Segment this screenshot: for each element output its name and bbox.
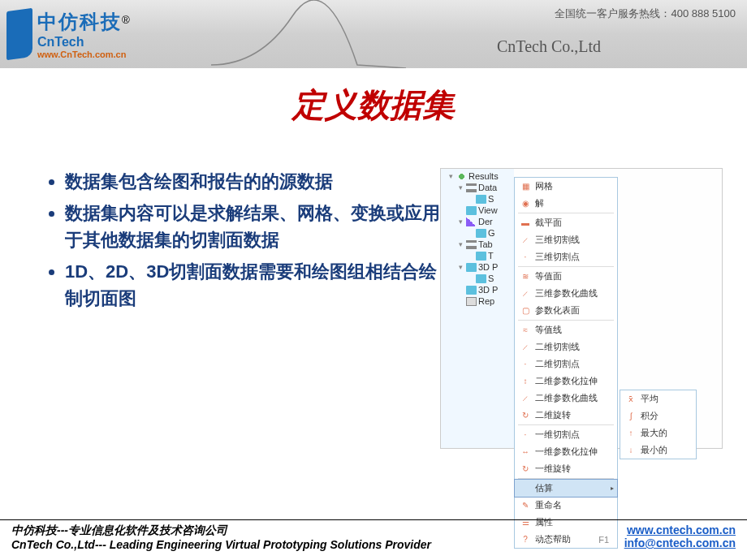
menu-item-icon: · [520,430,531,440]
logo-url-text: www.CnTech.com.cn [37,50,130,59]
tree-item[interactable]: ▾Data [444,182,514,193]
tree-item[interactable]: Rep [444,295,514,307]
tree-item[interactable]: ▾3D P [444,261,514,273]
footer-email-link[interactable]: info@cntech.com.cn [624,536,736,549]
submenu-item[interactable]: ↑最大的 [620,424,696,442]
footer-en-text: CnTech Co.,Ltd--- Leading Engineering Vi… [11,538,431,551]
tree-item-label: Rep [478,296,494,306]
tree-item[interactable]: 3D P [444,284,514,295]
submenu-arrow-icon: ▸ [611,485,614,492]
menu-item-label: 三维切割点 [535,251,580,263]
menu-item[interactable]: ⟋三维切割线 [515,231,617,248]
tree-node-icon [466,286,477,295]
tree-item[interactable]: S [444,193,514,205]
menu-item-icon: ▬ [520,218,531,228]
menu-item[interactable]: ↕二维参数化拉伸 [515,373,617,390]
footer-cn-text: 中仿科技---专业信息化软件及技术咨询公司 [11,523,431,538]
menu-item[interactable]: ·三维切割点 [515,248,617,265]
logo-sub-text: CnTech [37,35,130,50]
menu-item-icon: ↕ [520,377,531,386]
menu-item-label: 估算 [535,482,553,494]
menu-item[interactable]: ▢参数化表面 [515,302,617,319]
menu-item[interactable]: ≋等值面 [515,268,617,285]
context-menu: ▦网格◉解▬截平面⟋三维切割线·三维切割点≋等值面⟋三维参数化曲线▢参数化表面≈… [514,177,618,549]
tree-node-icon [476,229,486,238]
menu-item[interactable]: ≈等值线 [515,321,617,338]
menu-item-icon: · [520,360,531,369]
menu-item-icon: ≋ [520,272,531,282]
tree-item-label: T [488,251,494,261]
menu-item[interactable]: ⟋二维切割线 [515,338,617,355]
tree-item[interactable]: G [444,227,514,239]
footer-left: 中仿科技---专业信息化软件及技术咨询公司 CnTech Co.,Ltd--- … [11,523,431,557]
tree-item-label: View [478,205,498,215]
menu-item-label: 参数化表面 [535,304,580,317]
bullet-list: 数据集包含绘图和报告的的源数据数据集内容可以是求解结果、网格、变换或应用于其他数… [41,168,440,449]
submenu-item[interactable]: ↓最小的 [620,442,696,459]
submenu-item-label: 最大的 [641,427,667,439]
tree-node-icon [466,263,477,272]
menu-item-label: 二维参数化曲线 [535,392,598,404]
menu-item-icon: ▦ [520,182,531,192]
footer-url-link[interactable]: www.cntech.com.cn [624,523,736,536]
submenu-item[interactable]: x̄平均 [620,390,696,407]
tree-item[interactable]: ▾Der [444,216,514,227]
menu-item[interactable]: 估算▸ [514,479,618,498]
tree-item-label: 3D P [478,262,498,272]
menu-item[interactable]: ↻二维旋转 [515,407,617,424]
bullet-item: 1D、2D、3D切割面数据需要和绘图组相结合绘制切面图 [65,258,440,312]
menu-item[interactable]: ▬截平面 [515,214,617,231]
menu-item[interactable]: ◉解 [515,195,617,212]
wave-decoration-icon [211,0,406,68]
menu-item[interactable]: ✎重命名 [515,497,617,514]
menu-separator [518,213,614,213]
menu-item[interactable]: ↻一维旋转 [515,460,617,477]
tree-item[interactable]: S [444,273,514,284]
context-submenu: x̄平均∫积分↑最大的↓最小的 [620,390,697,459]
menu-item[interactable]: ▦网格 [515,178,617,195]
header-bar: 中仿科技® CnTech www.CnTech.com.cn 全国统一客户服务热… [0,0,747,68]
tree-node-icon [476,252,486,261]
menu-item-icon: ↔ [520,447,531,457]
tree-item-label: G [488,228,495,238]
menu-item-label: 一维参数化拉伸 [535,446,598,458]
page-title: 定义数据集 [0,83,747,127]
menu-item[interactable]: ↔一维参数化拉伸 [515,443,617,460]
tree-item-label: Results [468,171,499,181]
footer-bar: 中仿科技---专业信息化软件及技术咨询公司 CnTech Co.,Ltd--- … [0,519,747,560]
menu-item-label: 网格 [535,180,553,192]
submenu-item-icon: ↑ [625,429,637,438]
submenu-item[interactable]: ∫积分 [620,407,696,424]
tree-item[interactable]: ▾Results [444,170,514,182]
logo-mark-icon [6,8,32,60]
menu-item[interactable]: ·一维切割点 [515,426,617,443]
tree-item-label: S [488,274,494,283]
tree-item[interactable]: T [444,250,514,261]
menu-item-icon: ⟋ [520,342,531,352]
hotline-text: 全国统一客户服务热线：400 888 5100 [555,6,736,21]
tree-item[interactable]: View [444,205,514,216]
menu-item[interactable]: ⟋二维参数化曲线 [515,390,617,407]
menu-item-icon: ↻ [520,411,531,420]
tree-item[interactable]: ▾Tab [444,239,514,250]
menu-item-icon: ≈ [520,325,531,335]
tree-item-label: S [488,194,494,204]
menu-item-icon: ⟋ [520,394,531,403]
menu-item-label: 二维旋转 [535,409,571,421]
logo-cn-text: 中仿科技 [37,11,122,32]
menu-item[interactable]: ⟋三维参数化曲线 [515,285,617,302]
menu-item-label: 重命名 [535,499,562,511]
tree-node-icon [476,274,486,283]
bullet-item: 数据集包含绘图和报告的的源数据 [65,168,440,195]
logo-reg-mark: ® [122,14,130,26]
bullet-item: 数据集内容可以是求解结果、网格、变换或应用于其他数据集的切割面数据 [65,200,440,253]
menu-item-icon: · [520,252,531,262]
menu-item-icon [520,484,531,493]
company-name-text: CnTech Co.,Ltd [497,37,601,56]
menu-item-label: 解 [535,197,544,209]
menu-item-icon: ⟋ [520,289,531,299]
menu-item-icon: ✎ [520,501,531,510]
menu-item[interactable]: ·二维切割点 [515,355,617,373]
submenu-item-icon: ↓ [625,446,637,455]
tree-panel: ▾Results▾DataSView▾DerG▾TabT▾3D PS3D PRe… [441,169,514,308]
